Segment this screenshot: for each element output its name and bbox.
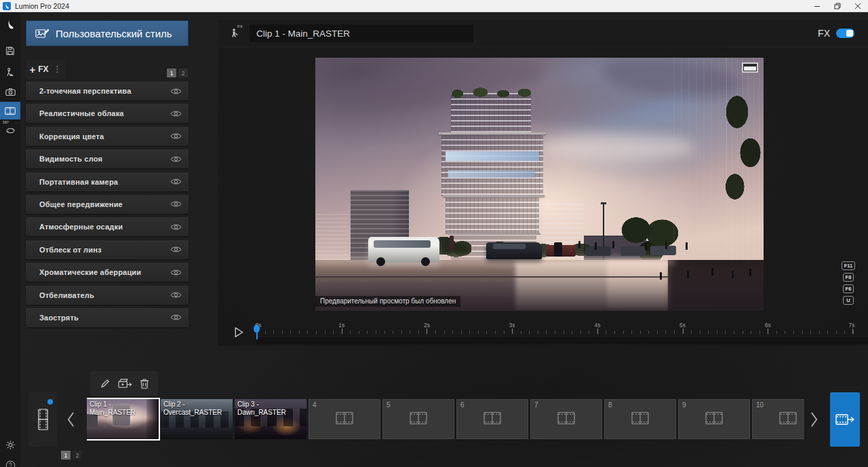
render-people <box>578 241 580 248</box>
fx-toggle-switch[interactable] <box>836 29 854 38</box>
delete-trash-icon[interactable] <box>140 378 149 389</box>
clips-scroll-right[interactable] <box>806 399 822 440</box>
slot-number: 5 <box>387 401 391 409</box>
settings-gear-icon[interactable] <box>0 436 20 453</box>
timeline-major-tick <box>597 329 598 334</box>
fullscreen-preview-icon[interactable] <box>742 62 758 73</box>
fx-tab-2[interactable]: 2 <box>178 69 188 77</box>
render-tower-lit-band <box>446 151 539 161</box>
edit-pencil-icon[interactable] <box>100 378 111 389</box>
fx-tab-1[interactable]: 1 <box>167 69 176 77</box>
timeline-track[interactable] <box>256 337 868 344</box>
render-tower-mid <box>441 134 543 196</box>
tick-label-7s: 7s <box>849 322 855 329</box>
timeline-ruler[interactable]: 0s 1s 2s 3s 4s 5s 6s 7s <box>256 322 853 337</box>
visibility-eye-icon[interactable] <box>170 155 182 163</box>
thumb-building <box>146 399 159 439</box>
filmstrip-icon <box>631 411 649 427</box>
visibility-eye-icon[interactable] <box>170 314 182 321</box>
slot-number: 4 <box>313 401 317 409</box>
movie-overview-button[interactable] <box>28 392 57 447</box>
help-icon[interactable] <box>0 456 20 467</box>
visibility-eye-icon[interactable] <box>170 110 182 117</box>
fx-toggle-group: FX <box>818 28 854 39</box>
clip-page-tabs: 1 2 <box>61 451 82 460</box>
restore-button[interactable] <box>827 0 848 12</box>
visibility-eye-icon[interactable] <box>170 246 182 253</box>
clip-slot-10[interactable]: 10 <box>752 399 804 439</box>
panorama-360-icon[interactable]: 360° <box>0 122 20 139</box>
fx-effect-list: 2-точечная перспектива Реалистичные обла… <box>26 81 189 327</box>
fx-row-sharpen[interactable]: Заострять <box>26 308 189 327</box>
clip-slot-6[interactable]: 6 <box>456 399 528 439</box>
plus-icon: + <box>29 64 35 75</box>
photo-mode-icon[interactable] <box>0 83 20 100</box>
clip-slot-2[interactable]: Clip 2 - Overcast_RASTER <box>161 399 233 439</box>
fx-row-color-correction[interactable]: Коррекция цвета <box>26 127 189 146</box>
slot-number: 8 <box>608 401 612 409</box>
clip-fx-badge: FX <box>237 24 243 29</box>
fx-row-bleach[interactable]: Отбеливатель <box>26 286 189 305</box>
slot-number: 9 <box>682 401 686 409</box>
timeline-major-tick <box>768 329 768 334</box>
render-building-left-small <box>315 214 348 261</box>
build-mode-icon[interactable] <box>0 63 20 81</box>
fx-row-two-point-perspective[interactable]: 2-точечная перспектива <box>26 81 189 100</box>
visibility-eye-icon[interactable] <box>170 200 182 208</box>
render-movie-button[interactable] <box>830 392 860 447</box>
hotkey-f8[interactable]: F8 <box>843 273 854 282</box>
hotkey-badges: F11 F8 F6 U <box>840 261 856 305</box>
clip-slot-7[interactable]: 7 <box>530 399 602 439</box>
close-button[interactable] <box>848 0 868 12</box>
render-car-sedan-window <box>493 244 526 249</box>
clip-slot-4[interactable]: 4 <box>309 399 380 439</box>
visibility-eye-icon[interactable] <box>170 223 182 231</box>
tick-label-4s: 4s <box>594 322 600 329</box>
hotkey-u[interactable]: U <box>843 296 854 305</box>
fx-row-layer-visibility[interactable]: Видимость слоя <box>26 149 189 168</box>
clip-fx-person-icon <box>229 26 241 41</box>
clip-page-1[interactable]: 1 <box>61 451 71 460</box>
add-fx-button[interactable]: + FX ⋮ <box>26 60 65 79</box>
tick-label-1s: 1s <box>338 322 344 329</box>
visibility-eye-icon[interactable] <box>170 132 182 140</box>
clip-slot-5[interactable]: 5 <box>382 399 454 439</box>
render-preview[interactable]: Предварительный просмотр был обновлен <box>315 58 764 311</box>
clip-slot-1[interactable]: Clip 1 - Main_RASTER <box>87 399 159 439</box>
visibility-eye-icon[interactable] <box>170 269 182 276</box>
visibility-eye-icon[interactable] <box>170 88 182 95</box>
kebab-menu-icon[interactable]: ⋮ <box>54 64 62 74</box>
fx-row-precipitation[interactable]: Атмосферные осадки <box>26 217 189 236</box>
fx-row-real-clouds[interactable]: Реалистичные облака <box>26 104 189 123</box>
render-reflection-warm <box>607 260 671 311</box>
movie-mode-icon[interactable] <box>0 102 20 119</box>
filmstrip-icon <box>557 411 575 427</box>
save-icon[interactable] <box>0 42 20 60</box>
playhead-stem <box>256 331 258 339</box>
clips-scroll-left[interactable] <box>62 399 79 440</box>
visibility-eye-icon[interactable] <box>170 291 182 299</box>
minimize-button[interactable] <box>807 0 827 12</box>
fx-row-chromatic-aberrations[interactable]: Хроматические аберрации <box>26 263 189 282</box>
clip-slot-9[interactable]: 9 <box>678 399 750 439</box>
play-button[interactable] <box>231 325 245 339</box>
visibility-eye-icon[interactable] <box>170 178 182 185</box>
hotkey-f11[interactable]: F11 <box>842 261 856 270</box>
clip-name-input[interactable] <box>250 24 473 42</box>
hotkey-f6[interactable]: F6 <box>843 284 854 293</box>
timeline-playhead[interactable] <box>254 324 260 339</box>
render-tower-lit-band <box>448 170 535 178</box>
record-clip-icon[interactable] <box>118 378 132 390</box>
fx-row-lens-flare[interactable]: Отблеск от линз <box>26 240 189 259</box>
fx-row-handheld-camera[interactable]: Портативная камера <box>26 172 189 191</box>
render-cars-distant <box>585 246 611 256</box>
custom-style-button[interactable]: Пользовательский стиль <box>26 20 189 46</box>
clip-slot-8[interactable]: 8 <box>604 399 676 439</box>
clip-slot-3[interactable]: Clip 3 - Dawn_RASTER <box>235 399 307 439</box>
timeline-major-tick <box>342 329 342 334</box>
lumion-home-icon[interactable] <box>0 15 20 33</box>
render-curb-line <box>315 276 668 278</box>
window-title: Lumion Pro 2024 <box>15 2 69 10</box>
clip-page-2[interactable]: 2 <box>73 451 82 460</box>
fx-row-mass-move[interactable]: Общее передвижение <box>26 195 189 214</box>
